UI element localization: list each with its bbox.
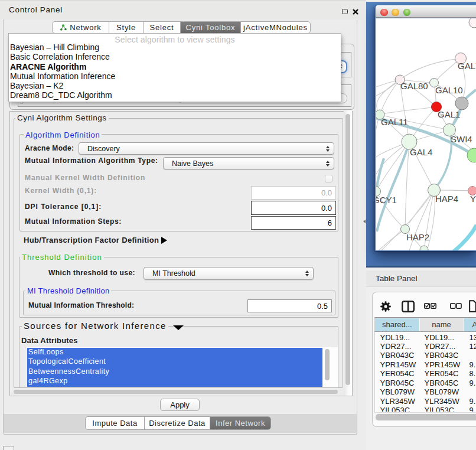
svg-text:GAL10: GAL10 [435, 85, 463, 95]
svg-text:GAL1: GAL1 [438, 109, 460, 119]
svg-text:Y: Y [470, 194, 476, 204]
svg-text:GAL11: GAL11 [381, 117, 408, 127]
svg-text:SWI4: SWI4 [451, 134, 472, 144]
svg-text:HAP4: HAP4 [435, 194, 458, 204]
svg-text:GAL4: GAL4 [410, 147, 432, 157]
svg-text:GAL7: GAL7 [458, 61, 476, 71]
svg-text:GCY1: GCY1 [376, 195, 397, 205]
svg-text:GAL80: GAL80 [400, 81, 428, 91]
svg-text:HAP2: HAP2 [406, 232, 429, 242]
